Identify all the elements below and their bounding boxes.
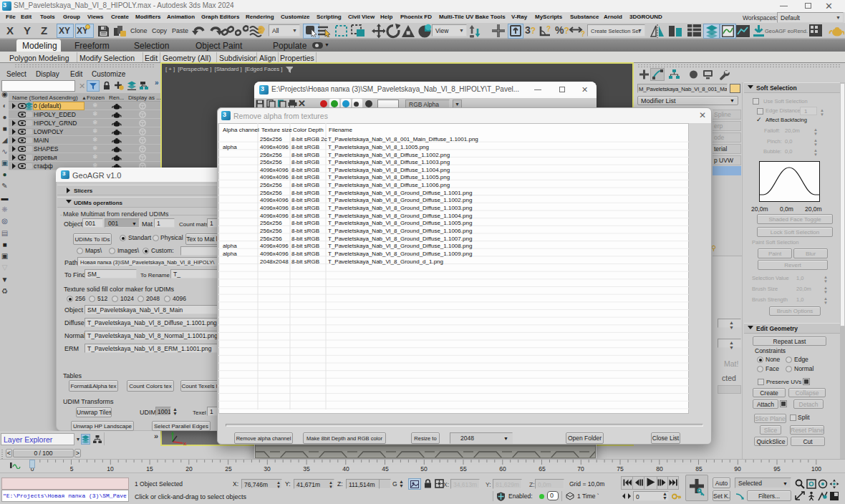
svg-text:?: ?	[581, 30, 585, 37]
svg-text:x: x	[183, 440, 187, 445]
svg-text:?: ?	[546, 25, 551, 33]
